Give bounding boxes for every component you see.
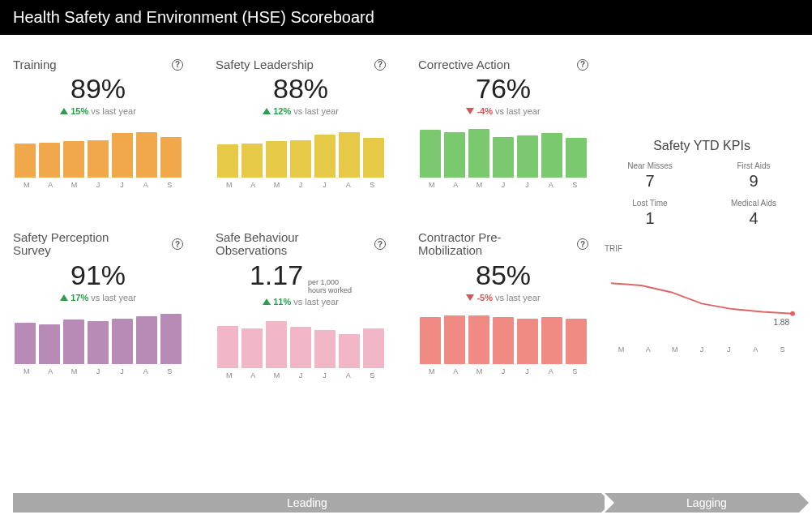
help-icon[interactable]: ? — [172, 238, 183, 250]
xlabel: J — [515, 367, 539, 375]
bar — [112, 319, 133, 364]
content-area: Training?89%15%vs last yearMAMJJASSafety… — [0, 35, 812, 380]
bar — [39, 143, 60, 178]
delta-row: -5%vs last year — [418, 293, 588, 302]
xlabel: S — [563, 367, 587, 375]
card-contractor-premob: Contractor Pre-Mobilization?85%-5%vs las… — [418, 230, 588, 379]
xlabel: A — [38, 181, 62, 189]
bar — [88, 140, 109, 178]
bar — [88, 321, 109, 364]
delta-value: -5% — [477, 293, 493, 302]
bar — [290, 140, 311, 178]
xlabel: M — [217, 371, 241, 380]
card-title: Corrective Action — [418, 58, 510, 71]
bar — [339, 132, 360, 178]
lagging-panel: Safety YTD KPIs Near Misses7First Aids9L… — [605, 58, 799, 380]
xlabel: S — [361, 371, 384, 380]
card-value: 76% — [476, 73, 531, 105]
xlabel: M — [265, 371, 288, 380]
leading-band-label: Leading — [287, 496, 327, 509]
trif-last-point — [790, 311, 795, 316]
trif-last-label: 1.88 — [774, 318, 790, 327]
card-safety-perception: Safety PerceptionSurvey?91%17%vs last ye… — [13, 230, 183, 379]
delta-vs-text: vs last year — [91, 293, 136, 302]
bar-xlabels: MAMJJAS — [13, 178, 183, 189]
xlabel: A — [38, 367, 62, 375]
xlabel: J — [688, 345, 715, 354]
bar — [15, 323, 36, 363]
xlabel: J — [515, 181, 539, 189]
bar — [63, 141, 84, 178]
help-icon[interactable]: ? — [577, 59, 588, 71]
bar — [444, 315, 465, 364]
card-value: 1.17 — [250, 260, 303, 291]
bar-xlabels: MAMJJAS — [13, 364, 183, 375]
xlabel: A — [336, 371, 360, 380]
xlabel: M — [265, 181, 288, 189]
delta-vs-text: vs last year — [293, 297, 339, 307]
help-icon[interactable]: ? — [172, 59, 183, 71]
help-icon[interactable]: ? — [374, 238, 386, 250]
card-subtitle: Mobilization — [418, 244, 502, 258]
bar — [493, 137, 514, 178]
xlabel: J — [491, 367, 515, 375]
delta-row: 12%vs last year — [216, 106, 386, 116]
xlabel: M — [420, 181, 443, 189]
xlabel: J — [110, 367, 134, 375]
arrow-up-icon — [263, 298, 271, 305]
bar — [39, 324, 60, 364]
xlabel: J — [716, 345, 742, 354]
delta-row: 11%vs last year — [216, 297, 386, 307]
delta-value: 17% — [71, 293, 88, 302]
delta-vs-text: vs last year — [293, 106, 339, 116]
bar-chart — [13, 307, 183, 364]
delta-row: 17%vs last year — [13, 293, 183, 302]
card-value: 89% — [71, 73, 126, 105]
trif-label: TRIF — [605, 244, 799, 253]
bar-xlabels: MAMJJAS — [418, 364, 588, 375]
bar — [444, 132, 465, 178]
arrow-up-icon — [60, 108, 68, 114]
card-title: Training — [13, 58, 57, 71]
lagging-band-label: Lagging — [686, 496, 727, 509]
xlabel: M — [468, 181, 491, 189]
bar — [314, 330, 335, 367]
kpi-label: Near Misses — [605, 161, 695, 170]
bar — [160, 314, 182, 364]
xlabel: S — [563, 181, 587, 189]
kpi-panel-title: Safety YTD KPIs — [605, 139, 799, 153]
bar-chart — [418, 121, 588, 178]
bar — [566, 319, 587, 364]
bar — [517, 135, 538, 178]
xlabel: A — [635, 345, 661, 354]
xlabel: J — [86, 367, 109, 375]
bar-chart — [216, 121, 386, 178]
bar — [363, 138, 384, 178]
xlabel: S — [158, 367, 182, 375]
xlabel: A — [443, 181, 467, 189]
help-icon[interactable]: ? — [577, 238, 588, 250]
card-title: Safety Leadership — [216, 58, 314, 71]
bar — [420, 130, 441, 178]
xlabel: A — [241, 371, 264, 380]
bar — [112, 133, 133, 178]
trif-line — [611, 283, 793, 314]
delta-value: 11% — [273, 297, 291, 307]
xlabel: M — [15, 181, 38, 189]
unit-note: per 1,000hours worked — [308, 279, 352, 295]
card-title: Safety Perception — [13, 230, 109, 244]
xlabel: S — [361, 181, 384, 189]
help-icon[interactable]: ? — [374, 59, 386, 71]
delta-vs-text: vs last year — [495, 293, 541, 302]
xlabel: J — [288, 371, 312, 380]
page-header: Health Safety and Environment (HSE) Scor… — [0, 0, 812, 35]
xlabel: A — [134, 367, 157, 375]
bar — [468, 315, 489, 364]
xlabel: J — [313, 181, 336, 189]
bar — [160, 137, 182, 178]
xlabel: A — [742, 345, 769, 354]
kpi-cell: Near Misses7 — [605, 161, 695, 191]
bar — [363, 328, 384, 368]
kpi-value: 7 — [605, 172, 695, 191]
xlabel: M — [217, 181, 241, 189]
